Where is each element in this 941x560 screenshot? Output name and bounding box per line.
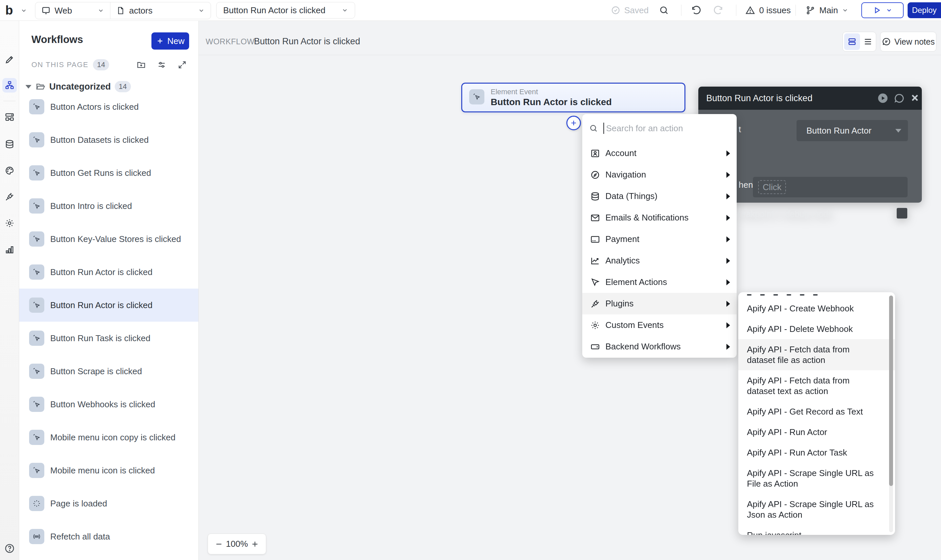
workflow-item-label: Mobile menu icon is clicked <box>50 465 155 476</box>
submenu-item[interactable]: Apify API - Scrape Single URL as Json as… <box>738 494 895 525</box>
card-view-button[interactable] <box>844 33 860 50</box>
workflow-list-item[interactable]: Button Key-Value Stores is clicked <box>19 223 198 255</box>
view-mode-toggle <box>843 32 876 52</box>
plugins-plug-icon[interactable] <box>5 192 15 202</box>
element-label-fragment: t <box>739 124 741 135</box>
submenu-item[interactable]: Run javascript <box>738 525 895 535</box>
submenu-arrow-icon <box>726 236 730 242</box>
click-placeholder-chip: Click <box>758 180 786 194</box>
menu-item-payment[interactable]: Payment <box>582 228 737 250</box>
data-database-icon[interactable] <box>5 139 15 149</box>
menu-item-element-actions[interactable]: Element Actions <box>582 271 737 293</box>
submenu-item[interactable]: Apify API - Get Record as Text <box>738 402 895 422</box>
event-node-title: Button Run Actor is clicked <box>490 97 612 108</box>
platform-select[interactable]: Web <box>35 2 110 19</box>
workflow-list-item[interactable]: Refetch all data <box>19 520 198 553</box>
when-condition-field[interactable]: Click <box>753 177 907 197</box>
comment-bubble-icon[interactable] <box>893 92 905 104</box>
menu-item-label: Payment <box>606 234 640 244</box>
components-icon[interactable] <box>5 112 15 122</box>
folder-caret-icon[interactable] <box>25 85 31 89</box>
run-chevron-down-icon[interactable] <box>886 7 892 14</box>
page-select[interactable]: actors <box>111 2 211 19</box>
action-search-row[interactable] <box>582 114 737 143</box>
redo-button[interactable] <box>713 0 724 20</box>
logs-chart-icon[interactable] <box>5 245 15 255</box>
undo-button[interactable] <box>690 0 702 20</box>
workflow-list-item[interactable]: Button Webhooks is clicked <box>19 388 198 421</box>
branch-select[interactable]: Main <box>806 0 849 20</box>
deploy-button[interactable]: Deploy <box>907 2 941 18</box>
view-notes-label: View notes <box>894 37 935 47</box>
expand-icon[interactable] <box>178 60 187 69</box>
refetch-broadcast-icon <box>29 529 44 544</box>
design-pencil-icon[interactable] <box>5 55 15 65</box>
search-button[interactable] <box>659 0 669 20</box>
workflow-list-item[interactable]: Mobile menu icon copy is clicked <box>19 421 198 454</box>
run-workflow-icon[interactable] <box>877 92 889 104</box>
breakpoint-label-fragment: reakpoint in debug mode <box>738 209 833 219</box>
cursor-click-icon <box>29 297 44 313</box>
canvas-header-divider <box>198 55 941 55</box>
property-panel-header[interactable]: Button Run Actor is clicked <box>698 87 922 110</box>
submenu-item[interactable]: Apify API - Delete Webhook <box>738 318 895 339</box>
help-question-icon[interactable] <box>4 543 15 554</box>
chevron-down-icon <box>341 7 348 14</box>
credit-card-icon <box>590 234 600 244</box>
bubble-logo[interactable]: b <box>5 3 12 17</box>
close-icon[interactable] <box>909 92 921 103</box>
list-view-button[interactable] <box>860 33 876 50</box>
settings-gear-icon[interactable] <box>5 218 15 228</box>
menu-item-plugins[interactable]: Plugins <box>582 293 737 314</box>
menu-item-custom-events[interactable]: Custom Events <box>582 314 737 336</box>
styles-palette-icon[interactable] <box>5 166 15 175</box>
clipped-menu-item-remnant <box>747 294 873 296</box>
submenu-item[interactable]: Apify API - Run Actor <box>738 422 895 442</box>
cursor-click-icon <box>29 364 44 379</box>
workflow-list-item[interactable]: Button Actors is clicked <box>19 90 198 123</box>
zoom-out-button[interactable] <box>215 540 223 548</box>
filter-sliders-icon[interactable] <box>157 60 166 69</box>
chevron-down-icon <box>198 7 204 14</box>
preview-run-button[interactable] <box>861 2 904 18</box>
breakpoint-checkbox[interactable] <box>897 208 907 218</box>
workflow-list-item[interactable]: Button Intro is clicked <box>19 189 198 223</box>
submenu-scrollbar-thumb[interactable] <box>889 295 893 486</box>
menu-item-label: Analytics <box>606 255 640 266</box>
workflow-list-item[interactable]: Button Scrape is clicked <box>19 355 198 388</box>
menu-item-analytics[interactable]: Analytics <box>582 250 737 271</box>
workflow-list-item[interactable]: Button Run Actor is clicked <box>19 255 198 289</box>
new-workflow-button[interactable]: New <box>151 32 189 49</box>
action-search-input[interactable] <box>606 123 716 134</box>
issues-button[interactable]: 0 issues <box>745 0 790 20</box>
add-action-button[interactable] <box>566 116 581 130</box>
element-dropdown[interactable]: Button Run Actor <box>796 120 908 141</box>
submenu-item-hovered[interactable]: Apify API - Fetch data from dataset file… <box>738 339 895 370</box>
menu-item-emails-notifications[interactable]: Emails & Notifications <box>582 207 737 228</box>
submenu-item[interactable]: Apify API - Create Webhook <box>738 298 895 318</box>
menu-item-data-things[interactable]: Data (Things) <box>582 185 737 207</box>
event-node[interactable]: Element Event Button Run Actor is clicke… <box>461 83 686 112</box>
submenu-item[interactable]: Apify API - Fetch data from dataset text… <box>738 370 895 402</box>
workflow-list-item[interactable]: Button Datasets is clicked <box>19 123 198 156</box>
zoom-in-button[interactable] <box>251 540 259 548</box>
workflow-list-item[interactable]: Mobile menu icon is clicked <box>19 454 198 487</box>
new-folder-icon[interactable] <box>137 60 146 69</box>
view-notes-button[interactable]: View notes <box>880 32 936 52</box>
check-circle-icon <box>611 6 620 15</box>
workflow-list-item[interactable]: Button Get Runs is clicked <box>19 156 198 189</box>
cursor-icon <box>590 277 600 287</box>
submenu-item[interactable]: Apify API - Run Actor Task <box>738 442 895 463</box>
submenu-item[interactable]: Apify API - Scrape Single URL as File as… <box>738 463 895 494</box>
workflow-list-item[interactable]: Page is loaded <box>19 487 198 520</box>
workflow-tree-icon[interactable] <box>5 80 15 90</box>
menu-item-account[interactable]: Account <box>582 143 737 164</box>
workflow-list-item-selected[interactable]: Button Run Actor is clicked <box>19 289 198 322</box>
rail-divider <box>3 101 15 101</box>
workflow-list-item[interactable]: Button Run Task is clicked <box>19 322 198 355</box>
menu-item-backend-workflows[interactable]: Backend Workflows <box>582 336 737 357</box>
workflow-select[interactable]: Button Run Actor is clicked <box>216 2 355 18</box>
menu-item-navigation[interactable]: Navigation <box>582 164 737 185</box>
logo-chevron-down-icon[interactable] <box>20 7 27 14</box>
cursor-click-icon <box>29 331 44 346</box>
